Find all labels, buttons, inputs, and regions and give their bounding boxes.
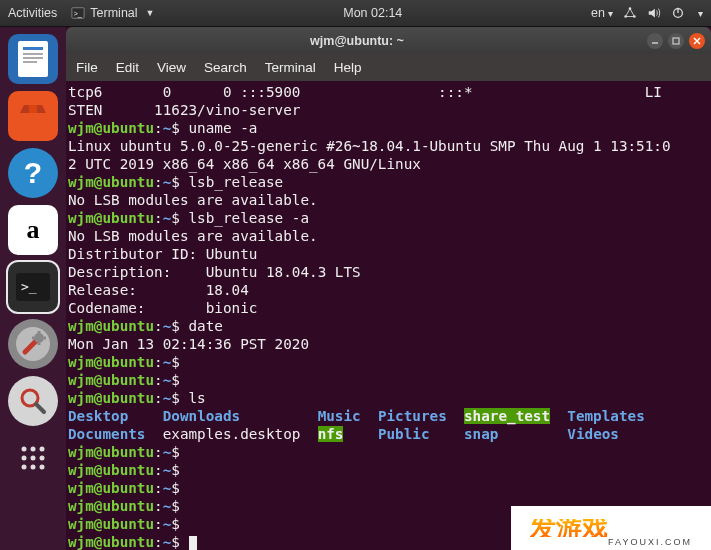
prompt-path: ~ <box>163 354 172 370</box>
cmd: lsb_release <box>189 174 284 190</box>
menu-edit[interactable]: Edit <box>116 60 139 75</box>
prompt-user: wjm@ubuntu <box>68 516 154 532</box>
terminal-output: Codename: bionic <box>68 300 257 316</box>
prompt-user: wjm@ubuntu <box>68 462 154 478</box>
launcher-ubuntu-software[interactable] <box>8 91 58 141</box>
launcher-amazon[interactable]: a <box>8 205 58 255</box>
prompt-sep: : <box>154 462 163 478</box>
prompt-sep: : <box>154 390 163 406</box>
cmd: date <box>189 318 223 334</box>
maximize-button[interactable] <box>668 33 684 49</box>
terminal-output: Linux ubuntu 5.0.0-25-generic #26~18.04.… <box>68 138 671 154</box>
terminal-window: wjm@ubuntu: ~ File Edit View Search Term… <box>66 27 711 550</box>
lang-label: en <box>591 6 605 20</box>
prompt-path: ~ <box>163 498 172 514</box>
ls-file: examples.desktop <box>163 426 301 442</box>
ls-dir: Music <box>318 408 361 424</box>
window-titlebar[interactable]: wjm@ubuntu: ~ <box>66 27 711 54</box>
launcher-dock: ? a >_ <box>0 27 66 550</box>
menu-terminal[interactable]: Terminal <box>265 60 316 75</box>
terminal-icon: >_ <box>71 6 85 20</box>
launcher-settings[interactable] <box>8 319 58 369</box>
svg-rect-10 <box>23 57 43 59</box>
prompt-user: wjm@ubuntu <box>68 480 154 496</box>
prompt-path: ~ <box>163 516 172 532</box>
terminal-output: Release: 18.04 <box>68 282 249 298</box>
svg-point-24 <box>31 456 36 461</box>
svg-point-21 <box>31 447 36 452</box>
volume-icon[interactable] <box>647 6 661 20</box>
gnome-topbar: Activities >_ Terminal ▼ Mon 02:14 en▾ ▾ <box>0 0 711 27</box>
prompt-user: wjm@ubuntu <box>68 318 154 334</box>
activities-button[interactable]: Activities <box>8 6 57 20</box>
prompt-user: wjm@ubuntu <box>68 372 154 388</box>
menu-help[interactable]: Help <box>334 60 362 75</box>
launcher-search[interactable] <box>8 376 58 426</box>
launcher-libreoffice-writer[interactable] <box>8 34 58 84</box>
menu-file[interactable]: File <box>76 60 98 75</box>
menubar: File Edit View Search Terminal Help <box>66 54 711 81</box>
prompt-path: ~ <box>163 444 172 460</box>
prompt-sep: : <box>154 516 163 532</box>
terminal-output: Distributor ID: Ubuntu <box>68 246 257 262</box>
terminal-output: No LSB modules are available. <box>68 228 318 244</box>
prompt-sep: : <box>154 354 163 370</box>
network-icon[interactable] <box>623 6 637 20</box>
prompt-user: wjm@ubuntu <box>68 354 154 370</box>
ls-dir: Pictures <box>378 408 447 424</box>
prompt-end: $ <box>171 534 188 550</box>
prompt-path: ~ <box>163 390 172 406</box>
cmd: ls <box>189 390 206 406</box>
svg-rect-8 <box>23 47 43 50</box>
prompt-end: $ <box>171 390 188 406</box>
ls-dir: snap <box>464 426 498 442</box>
app-menu[interactable]: >_ Terminal ▼ <box>71 6 154 20</box>
chevron-down-icon: ▼ <box>146 8 155 18</box>
system-menu-caret[interactable]: ▾ <box>698 8 703 19</box>
launcher-show-apps[interactable] <box>8 433 58 483</box>
prompt-end: $ <box>171 480 188 496</box>
terminal-output: STEN 11623/vino-server <box>68 102 300 118</box>
launcher-terminal[interactable]: >_ <box>8 262 58 312</box>
svg-point-22 <box>40 447 45 452</box>
svg-rect-9 <box>23 53 43 55</box>
watermark-url: FAYOUXI.COM <box>608 533 692 550</box>
prompt-user: wjm@ubuntu <box>68 444 154 460</box>
close-button[interactable] <box>689 33 705 49</box>
ls-other: nfs <box>318 426 344 442</box>
svg-text:>_: >_ <box>21 279 37 294</box>
prompt-path: ~ <box>163 462 172 478</box>
svg-point-23 <box>22 456 27 461</box>
launcher-help[interactable]: ? <box>8 148 58 198</box>
watermark-text: 发游戏 <box>530 519 608 537</box>
prompt-path: ~ <box>163 534 172 550</box>
power-icon[interactable] <box>671 6 685 20</box>
menu-view[interactable]: View <box>157 60 186 75</box>
prompt-path: ~ <box>163 120 172 136</box>
terminal-output: Mon Jan 13 02:14:36 PST 2020 <box>68 336 309 352</box>
prompt-end: $ <box>171 516 188 532</box>
prompt-user: wjm@ubuntu <box>68 498 154 514</box>
clock[interactable]: Mon 02:14 <box>155 6 592 20</box>
watermark: 发游戏 FAYOUXI.COM <box>511 506 711 550</box>
prompt-sep: : <box>154 444 163 460</box>
minimize-button[interactable] <box>647 33 663 49</box>
svg-text:>_: >_ <box>74 10 82 18</box>
menu-search[interactable]: Search <box>204 60 247 75</box>
prompt-end: $ <box>171 372 188 388</box>
prompt-path: ~ <box>163 210 172 226</box>
cmd: lsb_release -a <box>189 210 310 226</box>
ls-dir: Documents <box>68 426 145 442</box>
app-menu-label: Terminal <box>90 6 137 20</box>
prompt-sep: : <box>154 372 163 388</box>
ls-dir: Templates <box>567 408 644 424</box>
prompt-user: wjm@ubuntu <box>68 120 154 136</box>
svg-point-27 <box>31 465 36 470</box>
prompt-end: $ <box>171 174 188 190</box>
lang-indicator[interactable]: en▾ <box>591 6 613 20</box>
svg-line-19 <box>36 404 44 412</box>
terminal-output: tcp6 0 0 :::5900 :::* LI <box>68 84 662 100</box>
prompt-end: $ <box>171 120 188 136</box>
terminal-viewport[interactable]: tcp6 0 0 :::5900 :::* LI STEN 11623/vino… <box>66 81 711 550</box>
svg-point-25 <box>40 456 45 461</box>
